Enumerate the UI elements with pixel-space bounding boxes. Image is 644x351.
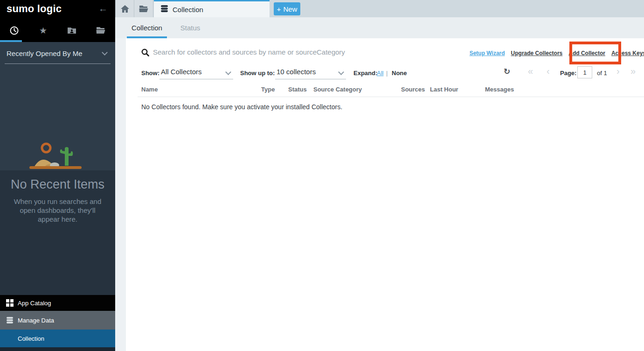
sidebar-item-manage-data[interactable]: Manage Data bbox=[0, 311, 115, 330]
new-button-label: New bbox=[283, 5, 297, 13]
subtab-status[interactable]: Status bbox=[175, 17, 206, 38]
plus-icon: + bbox=[277, 5, 281, 13]
left-gutter bbox=[115, 38, 126, 351]
tab-library[interactable] bbox=[134, 0, 153, 17]
table-header-divider bbox=[138, 97, 644, 97]
last-page-icon[interactable]: » bbox=[630, 66, 636, 77]
app-catalog-grid-icon bbox=[6, 299, 14, 307]
column-header-source-category[interactable]: Source Category bbox=[313, 86, 362, 93]
sidebar-item-label: Manage Data bbox=[18, 317, 54, 324]
chevron-down-icon bbox=[338, 69, 344, 75]
access-keys-link[interactable]: Access Keys bbox=[611, 50, 644, 56]
upgrade-collectors-link[interactable]: Upgrade Collectors bbox=[511, 50, 563, 56]
toolbar-links: Setup Wizard Upgrade Collectors Add Coll… bbox=[470, 50, 644, 56]
column-header-last-hour[interactable]: Last Hour bbox=[430, 86, 458, 93]
sidebar-item-collection[interactable]: Collection bbox=[0, 330, 115, 347]
favorites-star-icon[interactable]: ★ bbox=[34, 23, 53, 37]
sidebar-item-label: App Catalog bbox=[18, 300, 51, 307]
folder-icon bbox=[139, 5, 148, 13]
search-input[interactable] bbox=[153, 46, 414, 58]
expand-all-link[interactable]: All bbox=[377, 70, 383, 77]
database-icon bbox=[160, 5, 168, 14]
sidebar-nav-icons: ★ bbox=[0, 21, 115, 40]
empty-table-message: No Collectors found. Make sure you activ… bbox=[141, 103, 342, 111]
search-icon bbox=[141, 49, 149, 58]
show-select-value: All Collectors bbox=[161, 68, 202, 76]
setup-wizard-link[interactable]: Setup Wizard bbox=[470, 50, 505, 56]
show-up-to-label: Show up to: bbox=[240, 70, 275, 77]
main-area: Collection + New Collection Status Setup… bbox=[115, 0, 644, 351]
page-label: Page: bbox=[560, 70, 576, 77]
sidebar: sumo logic ← ★ Recently Opened B bbox=[0, 0, 115, 351]
database-icon bbox=[6, 316, 14, 324]
add-collector-link[interactable]: Add Collector bbox=[568, 50, 605, 56]
column-header-type[interactable]: Type bbox=[261, 86, 275, 93]
home-icon bbox=[121, 5, 129, 13]
expand-label: Expand: bbox=[353, 70, 377, 77]
show-up-to-value: 10 collectors bbox=[277, 68, 316, 76]
tab-strip: Collection + New bbox=[115, 0, 644, 17]
collection-panel: Setup Wizard Upgrade Collectors Add Coll… bbox=[126, 38, 644, 351]
refresh-icon[interactable]: ↻ bbox=[504, 67, 510, 77]
expand-none-label[interactable]: None bbox=[392, 70, 407, 77]
show-select[interactable]: All Collectors bbox=[159, 66, 233, 79]
sidebar-item-label: Collection bbox=[18, 335, 44, 342]
collapse-sidebar-arrow-icon[interactable]: ← bbox=[98, 3, 108, 14]
divider bbox=[0, 170, 115, 171]
sidebar-item-partial bbox=[0, 347, 115, 351]
prev-page-icon[interactable]: ‹ bbox=[547, 66, 550, 77]
new-button[interactable]: + New bbox=[274, 2, 300, 15]
chevron-down-icon bbox=[225, 69, 231, 75]
library-folder-icon[interactable] bbox=[91, 23, 110, 37]
column-header-name[interactable]: Name bbox=[141, 86, 158, 93]
tab-collection[interactable]: Collection bbox=[154, 0, 270, 17]
desert-empty-illustration bbox=[26, 135, 89, 172]
no-recent-items-subtitle: When you run searches and open dashboard… bbox=[9, 197, 106, 224]
recent-items-panel: Recently Opened By Me bbox=[0, 42, 115, 170]
chevron-down-icon bbox=[102, 49, 108, 56]
subtab-collection[interactable]: Collection bbox=[127, 17, 167, 38]
tab-title: Collection bbox=[173, 6, 203, 14]
column-header-sources[interactable]: Sources bbox=[401, 86, 425, 93]
divider bbox=[5, 63, 111, 64]
separator: | bbox=[386, 70, 388, 77]
subtab-bar: Collection Status bbox=[115, 17, 644, 38]
column-header-messages[interactable]: Messages bbox=[485, 86, 514, 93]
tab-home[interactable] bbox=[115, 0, 134, 17]
recently-opened-label: Recently Opened By Me bbox=[7, 49, 83, 57]
no-recent-items-title: No Recent Items bbox=[0, 177, 115, 192]
column-header-status[interactable]: Status bbox=[288, 86, 307, 93]
app-window: sumo logic ← ★ Recently Opened B bbox=[0, 0, 644, 351]
sumo-logic-logo: sumo logic bbox=[7, 3, 62, 15]
sidebar-header: sumo logic ← ★ bbox=[0, 0, 115, 42]
first-page-icon[interactable]: « bbox=[528, 66, 533, 77]
page-of-label: of 1 bbox=[597, 70, 607, 77]
show-label: Show: bbox=[141, 70, 159, 77]
page-number-input[interactable] bbox=[577, 66, 592, 78]
sidebar-item-app-catalog[interactable]: App Catalog bbox=[0, 295, 115, 311]
next-page-icon[interactable]: › bbox=[616, 66, 620, 77]
show-up-to-select[interactable]: 10 collectors bbox=[275, 66, 346, 79]
shared-content-folder-icon[interactable] bbox=[62, 23, 81, 37]
recently-opened-dropdown[interactable]: Recently Opened By Me bbox=[0, 42, 115, 64]
recent-clock-icon[interactable] bbox=[5, 23, 24, 37]
